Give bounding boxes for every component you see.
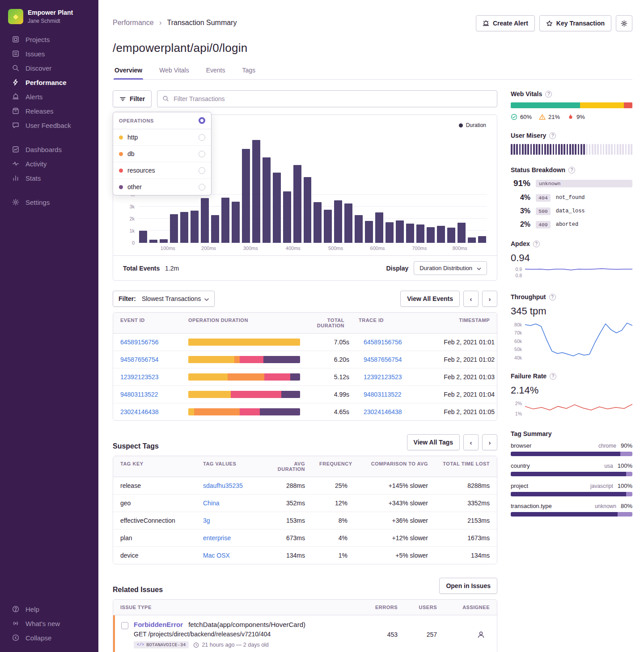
event-id-link[interactable]: 12392123523 [120,373,159,381]
event-id-link[interactable]: 64589156756 [120,339,159,346]
operation-option-other[interactable]: other [113,178,211,195]
filter-button[interactable]: Filter [113,90,152,107]
event-row: 948031135224.99s94803113522Feb 2, 2021 0… [113,386,497,403]
create-alert-button[interactable]: Create Alert [476,15,535,31]
issue-short-id-badge[interactable]: </> BOTANAVOICE-34 [134,641,189,648]
trace-id-link[interactable]: 64589156756 [364,339,402,346]
tag-summary-labels: transaction.typeunknown80% [511,503,632,509]
issue-row[interactable]: ForbiddenError fetchData(app/components/… [113,615,497,652]
tag-summary-bar-tail [626,492,632,496]
display-select[interactable]: Duration Distribution [414,261,487,275]
timestamp-cell: Feb 2, 2021 01:05 [426,403,497,420]
settings-gear-button[interactable] [616,15,632,31]
issue-errors-count: 453 [365,626,405,643]
sidebar-item-collapse[interactable]: Collapse [0,631,98,645]
misery-tick [603,144,605,155]
event-id-link[interactable]: 23024146438 [120,408,159,415]
tag-value-link[interactable]: enterprise [203,534,231,542]
tag-value-link[interactable]: Mac OSX [203,552,230,559]
sidebar-item-stats[interactable]: Stats [0,171,98,185]
related-issues-title: Related Issues [113,586,163,594]
web-vitals-poor: 9% [567,114,585,120]
trace-id-link[interactable]: 12392123523 [364,373,402,381]
tab-overview[interactable]: Overview [114,67,143,79]
tag-summary-value: usa [604,463,613,469]
sidebar-item-alerts[interactable]: Alerts [0,89,98,104]
tag-summary-bar-tail [626,472,632,476]
events-filter-select[interactable]: Filter: Slowest Transactions [113,291,215,307]
operation-option-http[interactable]: http [113,129,211,145]
view-all-tags-button[interactable]: View All Tags [407,434,460,450]
sidebar-item-activity[interactable]: Activity [0,157,98,171]
help-icon[interactable]: ? [533,241,540,247]
operation-radio[interactable] [199,151,205,157]
spark-tick-label: 80k [514,322,522,327]
sidebar-item-help[interactable]: Help [0,602,98,616]
misery-tick [525,144,526,155]
events-prev-button[interactable]: ‹ [463,291,479,307]
histogram-bar [324,210,332,243]
key-transaction-button[interactable]: Key Transaction [539,15,611,31]
sidebar-item-settings[interactable]: Settings [0,195,98,209]
view-all-events-button[interactable]: View All Events [400,291,460,307]
operation-option-db[interactable]: db [113,145,211,162]
help-icon[interactable]: ? [549,294,556,301]
operation-duration-segment [188,408,194,415]
left-column: Filter OPERATIONS httpdbresourcesother [113,90,497,652]
operation-radio[interactable] [199,134,205,141]
sidebar-item-releases[interactable]: Releases [0,104,98,118]
misery-tick [575,144,576,155]
tab-events[interactable]: Events [205,67,226,79]
trace-id-cell: 94587656754 [356,351,426,368]
issue-checkbox[interactable] [121,622,128,629]
operations-all-radio[interactable] [199,117,205,124]
trace-id-link[interactable]: 23024146438 [364,408,402,415]
right-sidebar: Web Vitals ? 60% 21% [511,90,632,528]
trace-id-link[interactable]: 94803113522 [364,391,402,398]
tag-value-link[interactable]: China [203,500,220,507]
tab-web-vitals[interactable]: Web Vitals [158,67,190,79]
trace-id-link[interactable]: 94587656754 [364,356,402,363]
tags-next-button[interactable]: › [482,434,497,450]
sidebar-item-performance[interactable]: Performance [0,75,98,89]
tag-value-link[interactable]: sdaufhu35235 [203,482,243,489]
breadcrumb-performance[interactable]: Performance [113,19,154,26]
projects-icon [12,35,20,43]
sidebar-item-what-s-new[interactable]: What's new [0,616,98,631]
trace-id-cell: 23024146438 [356,403,426,420]
sidebar-item-dashboards[interactable]: Dashboards [0,142,98,157]
sidebar-nav-primary: ProjectsIssuesDiscoverPerformanceAlertsR… [0,32,98,132]
view-all-tags-label: View All Tags [414,439,453,446]
sidebar-item-projects[interactable]: Projects [0,32,98,47]
operation-radio[interactable] [199,167,205,174]
operations-dropdown-header[interactable]: OPERATIONS [113,112,211,129]
event-id-link[interactable]: 94803113522 [120,391,158,398]
operation-duration-bar [188,391,300,398]
tag-value-link[interactable]: 3g [203,517,210,524]
sidebar-item-issues[interactable]: Issues [0,47,98,61]
help-icon[interactable]: ? [549,132,556,139]
histogram-bar [314,202,322,243]
histogram-bar [355,215,363,243]
org-switcher[interactable]: ◆ Empower Plant Jane Schmidt [0,6,98,32]
operation-radio[interactable] [199,184,205,191]
help-icon[interactable]: ? [568,167,575,174]
tags-prev-button[interactable]: ‹ [463,434,479,450]
help-icon[interactable]: ? [550,373,556,380]
issue-assignee[interactable] [444,626,497,644]
sidebar-item-discover[interactable]: Discover [0,61,98,75]
operation-option-resources[interactable]: resources [113,162,211,178]
open-in-issues-button[interactable]: Open in Issues [439,578,497,594]
sidebar-item-label: Activity [25,160,47,168]
help-icon[interactable]: ? [545,91,552,97]
sidebar-item-user-feedback[interactable]: User Feedback [0,118,98,132]
status-label: data_loss [556,208,585,214]
event-id-link[interactable]: 94587656754 [120,356,159,363]
filter-transactions-input[interactable] [157,90,497,107]
issue-age: 21 hours ago — 2 days old [193,642,268,648]
events-next-button[interactable]: › [482,291,497,307]
tab-tags[interactable]: Tags [241,67,256,79]
histogram-bar [242,149,250,243]
issue-type-link[interactable]: ForbiddenError [134,621,183,628]
app-root: ◆ Empower Plant Jane Schmidt ProjectsIss… [0,0,644,652]
